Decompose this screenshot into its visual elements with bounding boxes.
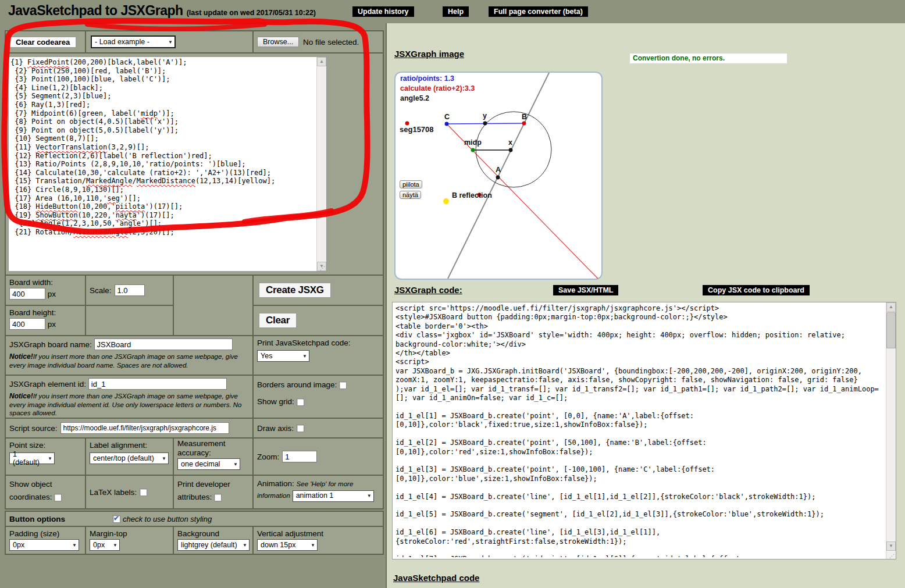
codearea-scrollbar[interactable]: ▲ ▼ <box>316 57 326 271</box>
measurement-select[interactable]: one decimal ▼ <box>177 458 240 470</box>
create-jsxg-button[interactable]: Create JSXG <box>259 283 331 298</box>
element-id-input[interactable] <box>88 378 227 390</box>
jsxgraph-code-heading: JSXGraph code: <box>394 285 462 295</box>
board-name-label: JSXGraph board name: <box>9 340 92 349</box>
chevron-down-icon: ▼ <box>233 462 238 467</box>
seg-point-label: seg15708 <box>400 125 434 134</box>
zoom-cell: Zoom: <box>254 439 383 475</box>
save-jsx-html-button[interactable]: Save JSX/HTML <box>553 285 618 295</box>
label-y: y <box>483 112 487 120</box>
jsxgraph-board[interactable]: ratio/points: 1.3 calculate (ratio+2):3.… <box>394 72 603 280</box>
scale-label: Scale: <box>90 286 112 295</box>
chevron-down-icon: ▼ <box>48 456 52 461</box>
browse-button[interactable]: Browse... <box>257 37 299 47</box>
board-width-label: Board width: <box>9 278 81 287</box>
label-alignment-label: Label alignment: <box>90 441 169 450</box>
angle-text: angle5.2 <box>400 94 429 102</box>
scroll-down-icon[interactable]: ▼ <box>886 541 896 551</box>
button-options-header: Button options check to use button styli… <box>6 512 383 526</box>
label-alignment-value: center/top (default) <box>93 454 154 462</box>
show-grid-checkbox[interactable] <box>297 398 304 406</box>
board-height-input[interactable] <box>9 318 45 330</box>
board-name-input[interactable] <box>94 338 233 350</box>
copy-jsx-code-button[interactable]: Copy JSX code to clipboard <box>703 285 810 295</box>
padding-label: Padding (size) <box>9 529 81 538</box>
chevron-down-icon: ▼ <box>302 354 307 359</box>
point-B-reflection-yellow[interactable] <box>443 198 449 204</box>
dev-attr-cell: Print developer attributes: <box>174 476 252 508</box>
point-size-select[interactable]: 1 (default) ▼ <box>9 452 55 464</box>
converter-form-table: Clear codearea - Load example - ▼ Browse… <box>5 30 384 509</box>
point-B[interactable] <box>522 122 526 126</box>
scroll-up-icon[interactable]: ▲ <box>317 57 326 66</box>
scrollbar-thumb[interactable] <box>886 312 896 348</box>
show-coords-label: Show object coordinates: <box>9 480 52 501</box>
point-size-label: Point size: <box>9 441 81 450</box>
clear-cell: Clear <box>254 306 383 335</box>
print-jsp-label: Print JavaSketchpad code: <box>257 338 379 347</box>
load-example-value: - Load example - <box>95 38 149 46</box>
dev-attr-checkbox[interactable] <box>214 494 222 501</box>
show-button[interactable]: näytä <box>400 191 421 199</box>
board-width-cell: Board width: px <box>6 276 85 305</box>
show-coords-checkbox[interactable] <box>54 494 62 501</box>
point-y[interactable] <box>483 122 487 126</box>
dev-attr-label: Print developer attributes: <box>177 480 230 501</box>
clear-board-button[interactable]: Clear <box>259 313 297 328</box>
scroll-up-icon[interactable]: ▲ <box>886 302 896 312</box>
margin-top-select[interactable]: 0px ▼ <box>90 539 120 551</box>
no-file-selected-text: No file selected. <box>303 38 359 47</box>
load-example-select[interactable]: - Load example - ▼ <box>91 35 176 48</box>
help-button[interactable]: Help <box>443 6 469 17</box>
toolbar-cell-example: - Load example - ▼ <box>86 31 252 52</box>
button-styling-label: check to use button styling <box>123 515 212 523</box>
draw-axis-checkbox[interactable] <box>297 425 304 432</box>
resize-grip-icon[interactable]: ⋰ <box>320 266 326 271</box>
resize-grip-icon[interactable]: ⋰ <box>889 554 895 559</box>
point-A[interactable] <box>496 176 500 180</box>
notice-label: Notice! <box>9 352 33 361</box>
print-jsp-select[interactable]: Yes ▼ <box>257 350 309 362</box>
vertical-adjustment-select[interactable]: down 15px ▼ <box>257 539 318 551</box>
measurement-cell: Measurement accuracy: one decimal ▼ <box>174 439 252 475</box>
jsxgraph-code-textarea[interactable]: <script src='https://moodle.uef.fi/filte… <box>392 302 896 560</box>
padding-select[interactable]: 0px ▼ <box>9 539 79 551</box>
clear-codearea-button[interactable]: Clear codearea <box>9 37 76 48</box>
jsp-code-textarea[interactable]: {1} FixedPoint(200,200)[black,label('A')… <box>8 56 327 272</box>
hide-button[interactable]: piilota <box>400 180 422 188</box>
px-label: px <box>48 290 56 298</box>
animation-cell: Animation: See 'Help' for more informati… <box>254 476 383 508</box>
full-page-converter-button[interactable]: Full page converter (beta) <box>489 6 588 17</box>
background-label: Background <box>177 529 249 538</box>
board-width-input[interactable] <box>9 288 45 300</box>
animation-select[interactable]: animation 1 ▼ <box>293 490 374 502</box>
empty-cell <box>86 306 173 335</box>
scale-input[interactable] <box>115 284 145 296</box>
empty-cell <box>174 276 252 335</box>
margin-top-cell: Margin-top 0px ▼ <box>86 527 173 554</box>
element-id-cell: JSXGraph element id: Notice!If you inser… <box>6 376 252 418</box>
result-panel: JSXGraph image Convertion done, no error… <box>386 23 905 588</box>
padding-value: 0px <box>13 541 24 549</box>
app-window: JavaSketchpad to JSXGraph(last update on… <box>0 0 905 588</box>
latex-checkbox[interactable] <box>140 489 147 496</box>
background-select[interactable]: lightgrey (default) ▼ <box>177 539 250 551</box>
marker-stroke-top <box>87 24 265 29</box>
toolbar-cell-clear: Clear codearea <box>6 31 85 52</box>
button-styling-checkbox[interactable] <box>113 515 120 523</box>
borders-checkbox[interactable] <box>339 382 347 389</box>
codebox-scrollbar[interactable]: ▲ ▼ <box>886 302 896 559</box>
point-C[interactable] <box>445 122 449 126</box>
zoom-input[interactable] <box>282 451 317 462</box>
update-history-button[interactable]: Update history <box>352 6 414 17</box>
borders-label: Borders around image: <box>257 380 337 389</box>
background-value: lightgrey (default) <box>181 541 237 549</box>
notice-text: If you insert more than one JSXGraph ima… <box>9 393 242 416</box>
point-midp[interactable] <box>471 148 475 152</box>
board-height-label: Board height: <box>9 308 81 317</box>
script-source-input[interactable] <box>60 422 229 434</box>
ray-C-A[interactable] <box>447 124 598 279</box>
label-midp: midp <box>464 138 482 147</box>
label-alignment-select[interactable]: center/top (default) ▼ <box>90 452 169 464</box>
point-x[interactable] <box>509 148 513 152</box>
